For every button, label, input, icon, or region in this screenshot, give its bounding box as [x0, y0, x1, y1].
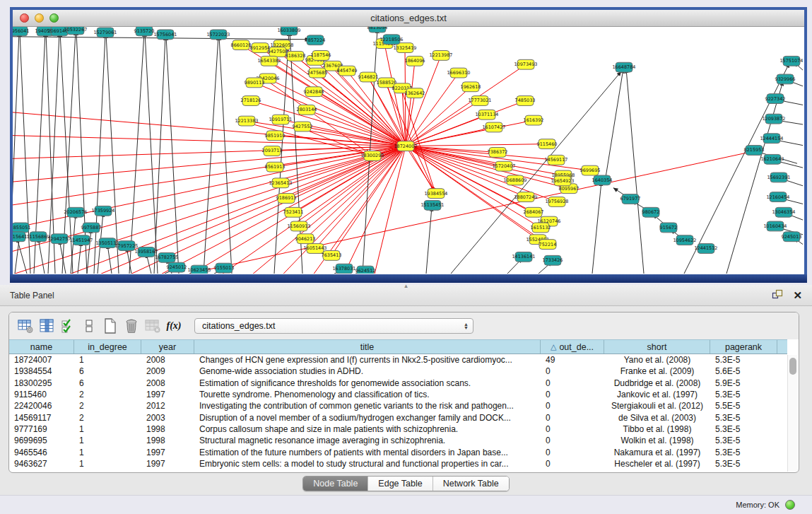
graph-node[interactable]: 8454749: [337, 66, 358, 76]
graph-node[interactable]: 20206576: [64, 207, 87, 217]
table-cell[interactable]: 1: [74, 424, 141, 434]
column-header-name[interactable]: name: [9, 340, 74, 354]
graph-node[interactable]: 19654923: [551, 176, 574, 186]
memory-ok-indicator-icon[interactable]: [785, 500, 795, 510]
table-row[interactable]: 2242004622012Investigating the contribut…: [9, 400, 787, 411]
graph-node[interactable]: 10532267: [64, 27, 87, 35]
table-row[interactable]: 969969511998Structural magnetic resonanc…: [9, 435, 787, 446]
graph-node[interactable]: 18300295: [360, 151, 384, 160]
table-cell[interactable]: 0: [541, 413, 604, 423]
table-row[interactable]: 911546021997Tourette syndrome. Phenomeno…: [9, 389, 787, 400]
table-cell[interactable]: Estimation of the future numbers of pati…: [194, 448, 541, 457]
black-edge[interactable]: [592, 182, 601, 274]
table-cell[interactable]: 0: [541, 448, 604, 457]
graph-node[interactable]: 10160434: [763, 221, 787, 231]
table-cell[interactable]: 49: [541, 355, 604, 365]
table-cell[interactable]: Stergiakouli et al. (2012): [604, 401, 710, 411]
graph-node[interactable]: 7635413: [322, 250, 342, 260]
graph-node[interactable]: 9186913: [276, 194, 297, 204]
graph-node[interactable]: 8561913: [265, 162, 286, 172]
graph-node[interactable]: 12441512: [694, 244, 717, 254]
graph-node[interactable]: 17359924: [91, 206, 114, 216]
table-cell[interactable]: Corpus callosum shape and size in male p…: [194, 424, 541, 434]
table-row[interactable]: 946362711997Embryonic stem cells: a mode…: [9, 458, 787, 469]
graph-node[interactable]: 1855051: [13, 223, 30, 233]
table-cell[interactable]: 9699695: [9, 436, 74, 445]
graph-node[interactable]: 16033809: [277, 27, 300, 35]
tab-network-table[interactable]: Network Table: [433, 477, 509, 491]
table-cell[interactable]: Tibbo et al. (1998): [604, 424, 710, 434]
graph-node[interactable]: 8186328: [286, 52, 306, 62]
table-cell[interactable]: Tourette syndrome. Phenomenology and cla…: [194, 390, 541, 399]
black-edge[interactable]: [107, 245, 112, 274]
table-cell[interactable]: 18300295: [9, 378, 74, 388]
table-cell[interactable]: 2008: [141, 378, 194, 388]
table-cell[interactable]: 5.6E-5: [710, 366, 777, 376]
graph-node[interactable]: 8660128: [231, 40, 252, 50]
graph-node[interactable]: 14136141: [512, 252, 535, 262]
column-header-in-degree[interactable]: in_degree: [74, 340, 141, 354]
graph-node[interactable]: 16782755: [155, 252, 178, 262]
red-edge[interactable]: [370, 80, 434, 192]
black-edge[interactable]: [129, 33, 144, 274]
table-row[interactable]: 1872400712008Changes of HCN gene express…: [9, 354, 787, 366]
graph-node[interactable]: 980672: [642, 207, 660, 217]
graph-node[interactable]: 11451947: [69, 235, 93, 245]
graph-node[interactable]: 7857224: [305, 35, 326, 45]
graph-node[interactable]: 12213987: [429, 51, 452, 61]
graph-node[interactable]: 1733426: [543, 255, 563, 265]
graph-node[interactable]: 6791977: [620, 194, 641, 204]
table-scrollbar[interactable]: [787, 355, 798, 472]
table-cell[interactable]: Dudbridge et al. (2008): [604, 378, 710, 388]
graph-node[interactable]: 9115460: [537, 139, 558, 149]
table-cell[interactable]: Estimation of significance thresholds fo…: [194, 378, 541, 388]
graph-node[interactable]: 19384554: [424, 189, 447, 199]
tab-edge-table[interactable]: Edge Table: [368, 477, 433, 491]
table-cell[interactable]: 1998: [141, 424, 194, 434]
black-edge[interactable]: [204, 36, 218, 274]
table-cell[interactable]: 2012: [141, 401, 194, 411]
table-cell[interactable]: 5.5E-5: [710, 401, 777, 411]
table-row[interactable]: 946554611997Estimation of the future num…: [9, 446, 787, 457]
red-edge[interactable]: [406, 144, 547, 146]
table-cell[interactable]: 1: [74, 448, 141, 457]
trash-icon[interactable]: [121, 316, 142, 336]
graph-node[interactable]: 9851910: [265, 131, 286, 141]
graph-node[interactable]: 16378031: [332, 264, 355, 274]
column-header-title[interactable]: title: [194, 340, 541, 354]
table-cell[interactable]: 2008: [141, 355, 194, 365]
table-cell[interactable]: 0: [541, 378, 604, 388]
table-row[interactable]: 1830029562008Estimation of significance …: [9, 378, 787, 389]
table-cell[interactable]: 5.3E-5: [710, 424, 777, 434]
table-cell[interactable]: 9777169: [9, 424, 74, 434]
graph-node[interactable]: 2093713: [262, 146, 283, 156]
table-cell[interactable]: 0: [541, 390, 604, 399]
table-cell[interactable]: 2003: [141, 413, 194, 423]
table-row[interactable]: 1938455462009Genome-wide association stu…: [9, 366, 787, 377]
graph-node[interactable]: 10688609: [503, 175, 526, 185]
checklist-icon[interactable]: [57, 316, 78, 336]
graph-node[interactable]: 2684067: [524, 207, 544, 217]
graph-node[interactable]: 15279061: [93, 28, 117, 37]
graph-node[interactable]: 12444154: [760, 134, 783, 144]
table-cell[interactable]: 6: [74, 366, 141, 376]
table-row[interactable]: 977716911998Corpus callosum shape and si…: [9, 424, 787, 435]
graph-node[interactable]: 16107427: [482, 122, 505, 132]
graph-node[interactable]: 15722023: [206, 30, 230, 40]
graph-node[interactable]: 9245013: [782, 232, 802, 242]
graph-node[interactable]: 12213383: [235, 116, 258, 126]
graph-node[interactable]: 1956041: [13, 27, 29, 36]
black-edge[interactable]: [106, 34, 119, 274]
table-cell[interactable]: 6: [74, 378, 141, 388]
graph-node[interactable]: 1615132: [531, 223, 551, 233]
delete-table-icon[interactable]: [142, 316, 163, 336]
table-cell[interactable]: Embryonic stem cells: a model to study s…: [194, 459, 541, 469]
hub-node[interactable]: 18724007: [394, 141, 417, 151]
black-edge[interactable]: [626, 69, 644, 274]
graph-node[interactable]: 9427552: [293, 122, 313, 132]
graph-node[interactable]: 16210643: [760, 154, 784, 164]
table-cell[interactable]: 14569117: [9, 413, 74, 423]
table-cell[interactable]: 9463627: [9, 459, 74, 469]
table-cell[interactable]: 0: [541, 366, 604, 376]
table-cell[interactable]: 0: [541, 436, 604, 445]
